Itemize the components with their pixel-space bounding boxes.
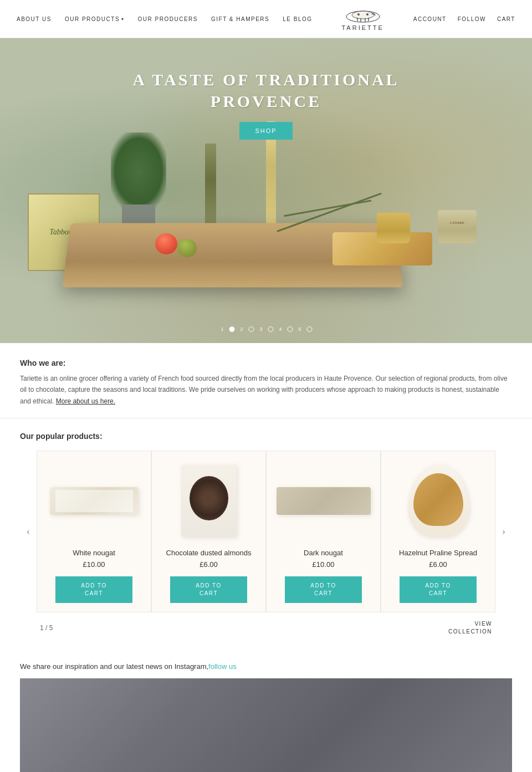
nav-our-producers[interactable]: OUR PRODUCERS — [138, 16, 198, 22]
svg-point-1 — [352, 11, 374, 19]
nav-about-us[interactable]: ABOUT US — [17, 16, 52, 22]
plant-decoration — [111, 132, 166, 232]
white-nougat-image — [50, 487, 139, 515]
add-to-cart-hazelnut-praline[interactable]: ADD TOCART — [400, 576, 476, 603]
products-footer: 1 / 5 VIEW COLLECTION — [20, 612, 512, 636]
product-image-white-nougat — [46, 462, 142, 540]
tomato-2 — [177, 239, 197, 257]
product-image-choc-almonds — [161, 462, 257, 540]
hero-section: Tabboulé CANARD A TASTE OF TRADITIONAL P… — [0, 38, 532, 343]
choc-almonds-name: Chocolate dusted almonds — [161, 549, 257, 557]
hero-content: A TASTE OF TRADITIONAL PROVENCE SHOP — [132, 38, 399, 140]
instagram-follow-link[interactable]: follow us — [208, 662, 237, 671]
product-card-hazelnut-praline: Hazelnut Praline Spread £6.00 ADD TOCART — [381, 451, 495, 612]
dot-number-5: 5 — [299, 326, 301, 332]
add-to-cart-dark-nougat[interactable]: ADD TOCART — [285, 576, 361, 603]
view-collection-link[interactable]: VIEW COLLECTION — [448, 620, 492, 636]
about-link[interactable]: More about us here. — [56, 397, 115, 405]
white-nougat-price: £10.00 — [46, 560, 142, 569]
products-carousel: ‹ White nougat £10.00 ADD TOCART Chocola… — [20, 451, 512, 612]
product-image-hazelnut-praline — [390, 462, 486, 540]
white-nougat-name: White nougat — [46, 549, 142, 557]
hazelnut-praline-price: £6.00 — [390, 560, 486, 569]
svg-point-3 — [366, 13, 369, 16]
logo-icon — [341, 7, 385, 23]
nav-our-products[interactable]: OUR PRODUCTS ▾ — [65, 16, 125, 22]
dot-4[interactable] — [288, 326, 293, 332]
logo[interactable]: TARIETTE — [341, 7, 385, 31]
product-image-dark-nougat — [275, 462, 371, 540]
site-header: ABOUT US OUR PRODUCTS ▾ OUR PRODUCERS GI… — [0, 0, 532, 38]
products-section: Our popular products: ‹ White nougat £10… — [0, 418, 532, 662]
dot-1[interactable] — [229, 326, 234, 332]
products-title: Our popular products: — [20, 432, 512, 441]
dot-5[interactable] — [307, 326, 313, 332]
hero-title: A TASTE OF TRADITIONAL PROVENCE — [132, 69, 399, 112]
product-card-dark-nougat: Dark nougat £10.00 ADD TOCART — [266, 451, 381, 612]
tomato-1 — [155, 233, 177, 254]
dot-number-1: 1 — [221, 326, 223, 332]
dot-3[interactable] — [268, 326, 274, 332]
dark-nougat-name: Dark nougat — [275, 549, 371, 557]
dark-nougat-image — [277, 487, 371, 515]
plant-leaves — [111, 132, 166, 210]
about-text: Tariette is an online grocer offering a … — [20, 373, 512, 407]
nav-gift-hampers[interactable]: GIFT & HAMPERS — [211, 16, 269, 22]
nav-le-blog[interactable]: LE BLOG — [283, 16, 312, 22]
nav-account[interactable]: ACCOUNT — [413, 16, 447, 22]
add-to-cart-white-nougat[interactable]: ADD TOCART — [55, 576, 132, 603]
bottle-1 — [205, 144, 216, 232]
jar-2: CANARD — [438, 210, 477, 243]
carousel-next-arrow[interactable]: › — [495, 523, 512, 540]
product-card-white-nougat: White nougat £10.00 ADD TOCART — [37, 451, 151, 612]
logo-text: TARIETTE — [341, 24, 383, 31]
nav-left: ABOUT US OUR PRODUCTS ▾ OUR PRODUCERS GI… — [17, 16, 313, 22]
dot-number-2: 2 — [240, 326, 243, 332]
dark-nougat-price: £10.00 — [275, 560, 371, 569]
chevron-down-icon: ▾ — [121, 17, 125, 22]
add-to-cart-choc-almonds[interactable]: ADD TOCART — [170, 576, 247, 603]
hero-dots: 1 2 3 4 5 — [219, 326, 312, 332]
hazelnut-praline-name: Hazelnut Praline Spread — [390, 549, 486, 557]
hazelnut-praline-image — [408, 465, 469, 537]
nav-follow[interactable]: FOLLOW — [458, 16, 486, 22]
shop-button[interactable]: SHOP — [239, 122, 292, 140]
nav-right: ACCOUNT FOLLOW CART — [413, 16, 515, 22]
about-section: Who we are: Tariette is an online grocer… — [0, 343, 532, 418]
product-card-choc-almonds: Chocolate dusted almonds £6.00 ADD TOCAR… — [151, 451, 266, 612]
choc-almonds-image — [181, 465, 237, 537]
carousel-prev-arrow[interactable]: ‹ — [20, 523, 37, 540]
instagram-section: We share our inspiration and our latest … — [0, 662, 532, 772]
choc-almonds-price: £6.00 — [161, 560, 257, 569]
dot-number-3: 3 — [259, 326, 262, 332]
dot-2[interactable] — [248, 326, 254, 332]
instagram-text: We share our inspiration and our latest … — [20, 662, 512, 671]
nav-cart[interactable]: CART — [497, 16, 515, 22]
svg-point-2 — [357, 13, 360, 16]
jar-1 — [377, 213, 410, 243]
instagram-feed — [20, 678, 512, 772]
pagination-info: 1 / 5 — [40, 624, 53, 632]
about-title: Who we are: — [20, 359, 512, 367]
products-grid: White nougat £10.00 ADD TOCART Chocolate… — [37, 451, 495, 612]
dot-number-4: 4 — [279, 326, 282, 332]
